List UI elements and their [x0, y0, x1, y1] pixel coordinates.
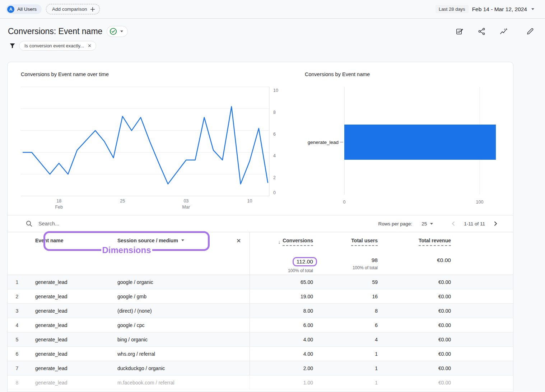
page-title: Conversions: Event name	[8, 27, 102, 36]
remove-dimension-close-icon[interactable]: ✕	[236, 238, 241, 244]
all-users-segment[interactable]: A All Users	[6, 4, 42, 14]
plus-icon	[90, 7, 95, 12]
charts-region: Conversions by Event name over time 0246…	[8, 62, 513, 215]
svg-text:Mar: Mar	[182, 205, 190, 210]
total-revenue-cell: €0.00	[378, 279, 451, 285]
svg-text:100: 100	[476, 200, 484, 205]
total-revenue-cell: €0.00	[378, 351, 451, 357]
source-medium-cell: m.facebook.com / referral	[109, 380, 206, 386]
share-icon	[478, 27, 486, 36]
page-previous-button[interactable]	[450, 220, 457, 227]
row-index: 8	[8, 380, 27, 386]
total-users-cell: 16	[313, 294, 378, 299]
filter-close-icon[interactable]: ✕	[88, 43, 92, 48]
total-users-cell: 1	[313, 380, 378, 386]
total-revenue-cell: €0.00	[378, 294, 451, 299]
chevron-left-icon	[450, 220, 457, 227]
pagination-range: 1-11 of 11	[464, 221, 485, 227]
conversions-column-header[interactable]: ↓ Conversions 112.00 100% of total	[250, 232, 313, 275]
search-icon	[25, 220, 33, 227]
conversions-total-sub: 100% of total	[288, 268, 313, 273]
svg-text:18: 18	[56, 199, 61, 204]
conversions-header-label: Conversions	[283, 238, 313, 246]
header-spacer	[451, 232, 487, 275]
table-header: Event name Session source / medium ✕ ↓ C…	[8, 232, 513, 275]
total-revenue-total: €0.00	[437, 257, 451, 263]
total-users-total: 98	[372, 257, 378, 263]
total-users-column-header[interactable]: Total users 98 100% of total	[313, 232, 378, 275]
conversions-cell: 65.00	[250, 275, 313, 289]
conversions-cell: 8.00	[250, 304, 313, 318]
conversions-cell: 1.00	[250, 375, 313, 389]
svg-text:Feb: Feb	[55, 205, 63, 210]
table-row: 2 generate_lead google / gmb 19.00 16 €0…	[8, 289, 513, 304]
table-row: 4 generate_lead google / cpc 6.00 6 €0.0…	[8, 318, 513, 332]
svg-text:6: 6	[273, 132, 276, 137]
event-name-cell: generate_lead	[27, 308, 109, 314]
filter-chip[interactable]: Is conversion event exactly... ✕	[19, 41, 96, 51]
chevron-right-icon	[492, 220, 499, 227]
insights-button[interactable]	[499, 27, 509, 37]
page-next-button[interactable]	[492, 220, 499, 227]
secondary-dimension-label: Session source / medium	[117, 238, 178, 243]
customize-report-icon	[455, 27, 464, 36]
conversions-cell: 6.00	[250, 318, 313, 332]
total-users-header-label: Total users	[351, 238, 378, 246]
conversion-status-badge[interactable]	[107, 26, 128, 37]
rows-per-page-label: Rows per page:	[378, 221, 413, 227]
report-card: Conversions by Event name over time 0246…	[7, 62, 513, 392]
conversions-by-event-chart: 0100generate_lead	[305, 85, 513, 211]
row-index: 6	[8, 351, 27, 357]
line-chart-title: Conversions by Event name over time	[21, 71, 280, 77]
table-row: 7 generate_lead duckduckgo / organic 2.0…	[8, 361, 513, 375]
date-range-picker[interactable]: Feb 14 - Mar 12, 2024	[472, 6, 534, 13]
table-body: 1 generate_lead google / organic 65.00 5…	[8, 275, 513, 390]
check-circle-icon	[110, 28, 117, 35]
source-medium-cell: google / cpc	[109, 322, 206, 328]
pagination: 1-11 of 11	[450, 220, 499, 227]
source-medium-cell: (direct) / (none)	[109, 308, 206, 314]
date-preset-chip[interactable]: Last 28 days	[435, 5, 469, 13]
conversions-cell: 2.00	[250, 361, 313, 375]
total-revenue-column-header[interactable]: Total revenue €0.00	[378, 232, 451, 275]
total-users-cell: 8	[313, 308, 378, 314]
table-row: 3 generate_lead (direct) / (none) 8.00 8…	[8, 304, 513, 318]
line-chart-block: Conversions by Event name over time 0246…	[21, 71, 280, 212]
secondary-dimension-select[interactable]: Session source / medium	[109, 232, 206, 275]
svg-text:2: 2	[273, 175, 276, 180]
source-medium-cell: google / organic	[109, 279, 206, 285]
total-revenue-cell: €0.00	[378, 308, 451, 314]
total-users-cell: 4	[313, 337, 378, 342]
svg-text:10: 10	[273, 88, 278, 93]
source-medium-cell: google / gmb	[109, 294, 206, 299]
edit-report-button[interactable]	[525, 27, 535, 36]
rows-per-page-select[interactable]: 25	[421, 221, 433, 227]
row-index: 3	[8, 308, 27, 314]
event-name-cell: generate_lead	[27, 322, 109, 328]
table-toolbar: Rows per page: 25 1-11 of 11	[8, 215, 513, 232]
chevron-down-icon	[430, 223, 433, 225]
svg-text:0: 0	[273, 190, 276, 195]
svg-text:0: 0	[343, 200, 346, 205]
svg-text:8: 8	[273, 110, 276, 115]
chevron-down-icon	[181, 239, 184, 241]
total-users-cell: 1	[313, 365, 378, 371]
event-name-cell: generate_lead	[27, 337, 109, 342]
event-name-cell: generate_lead	[27, 365, 109, 371]
event-name-column-header[interactable]: Event name	[27, 232, 109, 275]
table-row: 6 generate_lead whs.org / referral 4.00 …	[8, 347, 513, 361]
edit-pencil-icon	[526, 27, 534, 36]
customize-report-button[interactable]	[455, 27, 465, 37]
date-range-label: Feb 14 - Mar 12, 2024	[472, 6, 527, 13]
search-input[interactable]	[38, 221, 153, 227]
comparison-bar: A All Users Add comparison Last 28 days …	[0, 0, 545, 19]
table-row: 5 generate_lead bing / organic 4.00 4 €0…	[8, 332, 513, 347]
index-column-header	[8, 232, 27, 275]
svg-text:10: 10	[247, 199, 252, 204]
add-comparison-button[interactable]: Add comparison	[46, 4, 100, 14]
avatar: A	[7, 6, 14, 13]
share-report-button[interactable]	[477, 27, 486, 36]
total-revenue-cell: €0.00	[378, 365, 451, 371]
total-revenue-header-label: Total revenue	[419, 238, 451, 246]
svg-text:03: 03	[183, 199, 188, 204]
